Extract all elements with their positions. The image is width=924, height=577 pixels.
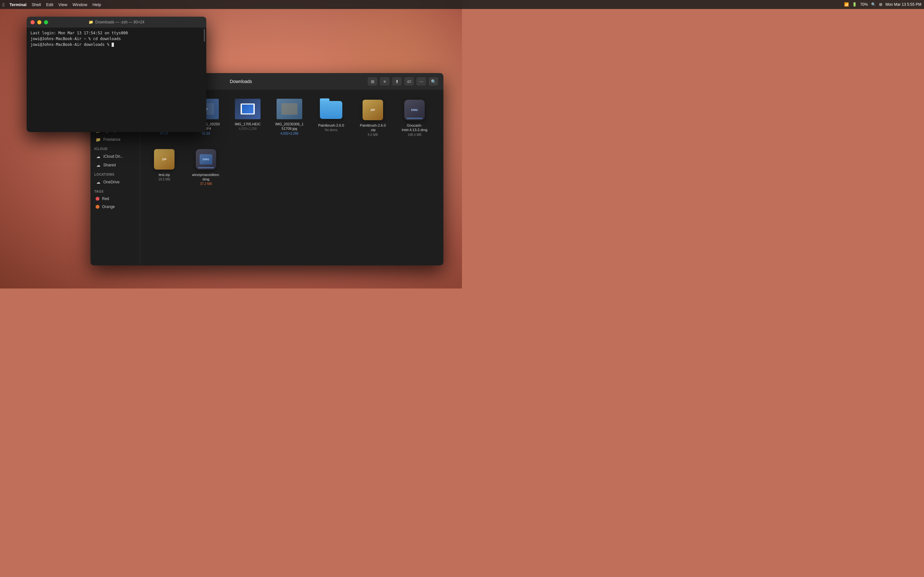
- icloud-drive-icon: ☁: [95, 154, 101, 159]
- file-name: Paintbrush-2.6.0: [318, 123, 344, 127]
- view-icons-button[interactable]: ⊞: [368, 77, 377, 85]
- terminal-title-text: Downloads — -zsh — 80×24: [95, 20, 144, 24]
- file-meta: 5.5 MB: [368, 133, 378, 137]
- menubar-shell[interactable]: Shell: [32, 2, 41, 7]
- terminal-line-1: Last login: Mon Mar 13 17:54:52 on ttys0…: [31, 30, 202, 36]
- file-item-winzip-dmg[interactable]: DMG winzipmacedition.dmg 37.2 MB: [188, 145, 224, 189]
- orange-tag-dot: [95, 205, 99, 209]
- file-item-heic[interactable]: IMG_1705.HEIC 4,032×2,268: [230, 96, 265, 139]
- jpg-thumbnail: [276, 99, 302, 119]
- zip-icon: ZIP: [362, 99, 384, 121]
- terminal-scrollbar[interactable]: [203, 27, 206, 132]
- file-meta: 37.2 MB: [200, 182, 212, 185]
- folder-icon-4: 📁: [95, 137, 101, 142]
- file-meta: 4,032×2,268: [280, 132, 298, 135]
- finder-toolbar-right: ⊞ ≡ ⬆ 🏷 ⋯ 🔍: [368, 77, 438, 85]
- file-meta: 18.5 MB: [158, 177, 170, 181]
- share-button[interactable]: ⬆: [392, 77, 402, 85]
- terminal-title: 📁 Downloads — -zsh — 80×24: [89, 20, 144, 24]
- maximize-button[interactable]: [44, 20, 48, 24]
- file-item-paintbrush-zip[interactable]: ZIP Paintbrush-2.6.0.zip 5.5 MB: [355, 96, 391, 139]
- file-meta: No items: [325, 128, 337, 132]
- sidebar-item-freelance[interactable]: 📁 Freelance: [92, 135, 139, 143]
- file-item-gnucash-dmg[interactable]: DMG Gnucash-Intel-4.13-2.dmg 188.4 MB: [397, 96, 432, 139]
- file-meta: 4,032×2,268: [239, 127, 257, 131]
- terminal-window: 📁 Downloads — -zsh — 80×24 Last login: M…: [27, 17, 206, 132]
- desktop:  Terminal Shell Edit View Window Help 📶…: [0, 0, 462, 288]
- sidebar-item-icloud-drive[interactable]: ☁ iCloud Dri...: [92, 152, 139, 161]
- menubar-edit[interactable]: Edit: [46, 2, 53, 7]
- terminal-cursor: [111, 43, 114, 47]
- sidebar-onedrive-label: OneDrive: [103, 180, 120, 184]
- dmg-icon-winzip: DMG: [195, 148, 217, 171]
- tags-label: Tags: [90, 187, 140, 195]
- heic-thumbnail: [235, 99, 260, 119]
- file-name: IMG_1705.HEIC: [235, 122, 261, 126]
- file-meta: 07:17: [160, 132, 168, 135]
- menubar-view[interactable]: View: [58, 2, 67, 7]
- menubar-help[interactable]: Help: [92, 2, 101, 7]
- close-button[interactable]: [31, 20, 35, 24]
- sidebar-item-red-tag[interactable]: Red: [92, 195, 139, 203]
- file-item-test-zip[interactable]: ZIP test.zip 18.5 MB: [147, 145, 182, 189]
- menubar-app-name[interactable]: Terminal: [9, 2, 26, 7]
- sidebar-icloud-drive-label: iCloud Dri...: [103, 154, 124, 159]
- search-button[interactable]: 🔍: [429, 77, 438, 85]
- file-meta: 01:33: [202, 132, 210, 135]
- file-name: IMG_20230306_151709.jpg: [275, 122, 304, 131]
- terminal-body[interactable]: Last login: Mon Mar 13 17:54:52 on ttys0…: [27, 27, 206, 132]
- locations-label: Locations: [90, 169, 140, 177]
- file-meta: 188.4 MB: [408, 133, 422, 137]
- minimize-button[interactable]: [37, 20, 41, 24]
- file-name: Gnucash-Intel-4.13-2.dmg: [402, 123, 427, 132]
- sidebar-shared-label: Shared: [103, 163, 116, 167]
- terminal-title-icon: 📁: [89, 20, 94, 24]
- onedrive-icon: ☁: [95, 179, 101, 185]
- terminal-prompt: jowi@Johns-MacBook-Air downloads %: [31, 42, 111, 47]
- file-name: test.zip: [159, 172, 170, 177]
- action-button[interactable]: ⋯: [417, 77, 426, 85]
- sidebar-item-onedrive[interactable]: ☁ OneDrive: [92, 178, 139, 186]
- terminal-line-3: jowi@Johns-MacBook-Air downloads %: [31, 42, 202, 47]
- menubar-window[interactable]: Window: [73, 2, 87, 7]
- file-item-paintbrush-folder[interactable]: Paintbrush-2.6.0 No items: [313, 96, 349, 139]
- apple-menu[interactable]: : [3, 2, 4, 7]
- shared-icon: ☁: [95, 163, 101, 168]
- icloud-label: iCloud: [90, 144, 140, 152]
- file-item-jpg[interactable]: IMG_20230306_151709.jpg 4,032×2,268: [272, 96, 307, 139]
- menubar:  Terminal Shell Edit View Window Help 📶…: [0, 0, 462, 9]
- red-tag-label: Red: [102, 197, 109, 201]
- sidebar-item-shared[interactable]: ☁ Shared: [92, 161, 139, 169]
- orange-tag-label: Orange: [102, 205, 115, 209]
- sidebar-item-orange-tag[interactable]: Orange: [92, 203, 139, 211]
- zip-icon-test: ZIP: [153, 148, 176, 171]
- folder-icon-blue: [320, 99, 342, 121]
- view-list-button[interactable]: ≡: [380, 77, 389, 85]
- menubar-left:  Terminal Shell Edit View Window Help: [3, 2, 101, 7]
- dmg-icon-gnucash: DMG: [403, 99, 426, 121]
- terminal-line-2: jowi@Johns-MacBook-Air ~ % cd downloads: [31, 36, 202, 42]
- red-tag-dot: [95, 197, 99, 201]
- sidebar-freelance-label: Freelance: [103, 137, 120, 142]
- file-name: Paintbrush-2.6.0.zip: [360, 123, 386, 132]
- tag-button[interactable]: 🏷: [404, 77, 414, 85]
- file-name: winzipmacedition.dmg: [192, 172, 220, 182]
- terminal-titlebar: 📁 Downloads — -zsh — 80×24: [27, 17, 206, 27]
